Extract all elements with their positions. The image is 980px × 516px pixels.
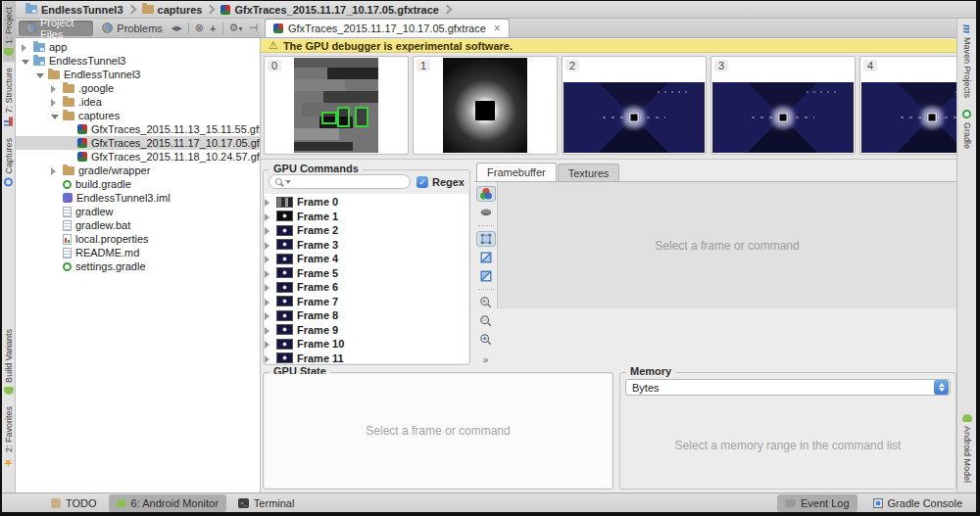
tree-item-build-gradle[interactable]: build.gradle xyxy=(16,177,260,191)
statusbar-gradle-console[interactable]: Gradle Console xyxy=(865,494,970,512)
expand-arrow-icon[interactable] xyxy=(51,96,59,108)
command-frame-11[interactable]: Frame 11 xyxy=(265,352,468,364)
expand-arrow-icon[interactable] xyxy=(265,281,272,293)
statusbar-todo[interactable]: TODO xyxy=(43,494,105,512)
stripe-item-7-structure[interactable]: 7: Structure xyxy=(3,62,15,132)
expand-arrow-icon[interactable] xyxy=(22,41,29,53)
stripe-item-1-project[interactable]: 1: Project xyxy=(3,1,15,62)
expand-arrow-icon[interactable] xyxy=(265,309,272,321)
tree-item-gradle-wrapper[interactable]: gradle/wrapper xyxy=(16,164,260,177)
stripe-item-build-variants[interactable]: Build Variants xyxy=(3,323,15,400)
stripe-item-captures[interactable]: Captures xyxy=(3,132,15,193)
hide-toolwindow-icon[interactable]: ⊣ xyxy=(248,22,258,34)
frame-card-3[interactable]: 3 xyxy=(710,56,856,155)
toolbar-overflow-icon[interactable]: » xyxy=(483,354,489,365)
command-frame-8[interactable]: Frame 8 xyxy=(265,308,468,323)
tree-item-captures[interactable]: captures xyxy=(16,109,260,122)
regex-checkbox[interactable]: ✓ xyxy=(416,176,428,188)
zoom-fit-icon[interactable] xyxy=(476,295,496,310)
tree-item-endlesstunnel3[interactable]: EndlessTunnel3 xyxy=(16,54,260,68)
stripe-item-gradle[interactable]: Gradle xyxy=(961,104,973,155)
expand-arrow-icon[interactable] xyxy=(265,224,272,236)
expand-arrow-icon[interactable] xyxy=(265,253,272,264)
tab-textures[interactable]: Textures xyxy=(558,164,620,181)
flip-diagonal-b-icon[interactable] xyxy=(476,268,496,284)
command-frame-1[interactable]: Frame 1 xyxy=(265,210,468,224)
command-frame-0[interactable]: Frame 0 xyxy=(265,195,468,210)
frame-card-0[interactable]: 0 xyxy=(264,56,409,155)
tree-item-settings-gradle[interactable]: settings.gradle xyxy=(16,259,260,273)
command-frame-9[interactable]: Frame 9 xyxy=(265,323,468,338)
stripe-item-maven-projects[interactable]: mMaven Projects xyxy=(960,19,974,104)
tree-item-endlesstunnel3[interactable]: EndlessTunnel3 xyxy=(16,68,260,81)
expand-arrow-icon[interactable] xyxy=(265,324,272,336)
editor-tab-gfxtrace[interactable]: GfxTraces_2015.11.17_10.17.05.gfxtrace × xyxy=(265,19,510,37)
tab-project-files[interactable]: Project Files xyxy=(19,21,93,36)
search-options-caret-icon[interactable] xyxy=(285,180,291,187)
command-frame-2[interactable]: Frame 2 xyxy=(265,223,468,238)
expand-arrow-icon[interactable] xyxy=(51,82,59,94)
tree-item-google[interactable]: .google xyxy=(16,81,260,95)
expand-arrow-icon[interactable] xyxy=(265,239,272,251)
command-frame-6[interactable]: Frame 6 xyxy=(265,280,468,295)
stripe-item-android-model[interactable]: Android Model xyxy=(961,408,973,489)
breadcrumb-gfxtraces-2015-11-17-10-17-05-gfxtrace[interactable]: GfxTraces_2015.11.17_10.17.05.gfxtrace xyxy=(217,1,443,18)
expand-arrow-icon[interactable] xyxy=(265,296,272,307)
expand-arrow-icon[interactable] xyxy=(265,267,272,279)
frame-card-2[interactable]: 2 xyxy=(562,56,707,155)
tab-framebuffer[interactable]: Framebuffer xyxy=(476,163,557,181)
command-search-input[interactable] xyxy=(269,174,411,189)
zoom-in-icon[interactable] xyxy=(476,332,496,348)
framebuffer-panel: Framebuffer Textures xyxy=(474,163,956,308)
expand-arrow-icon[interactable] xyxy=(265,338,272,350)
fit-region-icon[interactable] xyxy=(476,231,496,247)
tree-item-readme-md[interactable]: README.md xyxy=(16,246,260,259)
command-frame-10[interactable]: Frame 10 xyxy=(265,337,468,352)
tree-item-idea[interactable]: .idea xyxy=(16,95,260,109)
search-icon xyxy=(275,178,282,185)
expand-arrow-icon[interactable] xyxy=(51,164,59,176)
select-stepper-icon[interactable] xyxy=(934,380,949,395)
frame-card-4[interactable]: 4 xyxy=(859,56,956,155)
breadcrumb-endlesstunnel3[interactable]: EndlessTunnel3 xyxy=(22,1,127,18)
tree-item-gfxtraces-2015-11-18-10-24-57-gfxtrace[interactable]: GfxTraces_2015.11.18_10.24.57.gfxtrace xyxy=(16,150,260,164)
frame-number: 0 xyxy=(268,60,281,71)
statusbar-6-android-monitor[interactable]: 6: Android Monitor xyxy=(109,494,226,512)
expand-arrow-icon[interactable] xyxy=(265,211,272,222)
collapse-arrow-icon[interactable] xyxy=(22,55,29,67)
command-frame-5[interactable]: Frame 5 xyxy=(265,266,468,281)
command-frame-4[interactable]: Frame 4 xyxy=(265,252,468,266)
color-channels-icon[interactable] xyxy=(476,186,496,202)
memory-format-select[interactable]: Bytes xyxy=(625,379,951,396)
background-toggle-icon[interactable] xyxy=(476,205,496,220)
tree-item-gradlew[interactable]: gradlew xyxy=(16,205,260,218)
expand-arrow-icon[interactable] xyxy=(265,196,272,208)
locate-icon[interactable]: + xyxy=(210,23,216,34)
collapse-arrow-icon[interactable] xyxy=(51,110,59,121)
tree-item-app[interactable]: app xyxy=(16,40,260,54)
command-frame-3[interactable]: Frame 3 xyxy=(265,238,468,253)
close-tab-icon[interactable]: × xyxy=(494,22,501,35)
frame-card-1[interactable]: 1 xyxy=(413,56,558,155)
tree-item-endlesstunnel3-iml[interactable]: EndlessTunnel3.iml xyxy=(16,191,260,205)
collapse-arrow-icon[interactable] xyxy=(36,69,44,80)
regex-option[interactable]: ✓ Regex xyxy=(416,176,465,188)
close-toolwindow-icon[interactable]: ⊗ xyxy=(195,22,204,34)
zoom-actual-size-icon[interactable]: 1:1 xyxy=(476,313,496,329)
breadcrumb-captures[interactable]: captures xyxy=(138,1,207,18)
tree-item-gfxtraces-2015-11-17-10-17-05-gfxtrace[interactable]: GfxTraces_2015.11.17_10.17.05.gfxtrace xyxy=(16,136,260,150)
tree-item-gradlew-bat[interactable]: gradlew.bat xyxy=(16,218,260,232)
settings-gear-icon[interactable]: ⚙▾ xyxy=(229,22,243,34)
tab-problems[interactable]: Problems xyxy=(95,21,169,36)
stripe-item-2-favorites[interactable]: ★2: Favorites xyxy=(2,400,15,475)
frame-number: 3 xyxy=(714,60,728,71)
tree-item-gfxtraces-2015-11-13-15-11-55-gfxtrace[interactable]: GfxTraces_2015.11.13_15.11.55.gfxtrace xyxy=(16,122,260,136)
tree-item-local-properties[interactable]: local.properties xyxy=(16,232,260,246)
command-frame-7[interactable]: Frame 7 xyxy=(265,295,468,309)
back-forward-icon[interactable]: ◂▸ xyxy=(172,22,182,34)
divider xyxy=(188,23,189,34)
statusbar-terminal[interactable]: >_Terminal xyxy=(230,494,303,512)
flip-diagonal-a-icon[interactable] xyxy=(476,250,496,265)
statusbar-event-log[interactable]: Event Log xyxy=(777,494,858,512)
expand-arrow-icon[interactable] xyxy=(265,352,272,363)
